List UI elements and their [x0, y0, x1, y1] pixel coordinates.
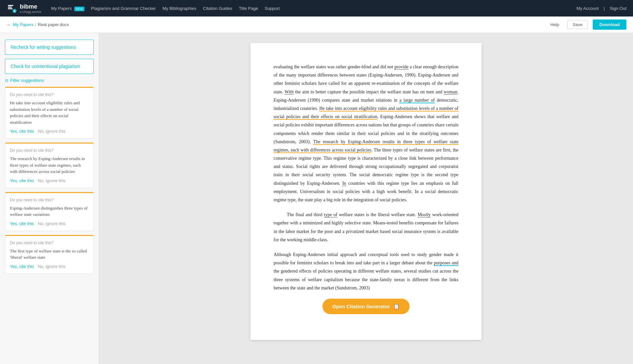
card-2-no[interactable]: No, ignore this — [38, 178, 66, 183]
logo-text: bibme a Chegg service — [20, 3, 41, 14]
breadcrumb-parent-link[interactable]: My Papers — [13, 22, 33, 27]
nav-my-bibliographies[interactable]: My Bibliographies — [162, 6, 196, 11]
svg-rect-2 — [8, 7, 12, 8]
card-1-body: He take into account eligibility rules a… — [10, 100, 89, 125]
filter-suggestions-button[interactable]: ⊟ Filter suggestions — [5, 78, 94, 83]
help-button[interactable]: Help — [547, 20, 563, 29]
citation-icon: 📋 — [393, 303, 400, 310]
card-1-actions: Yes, cite this No, ignore this — [10, 129, 89, 134]
svg-text:b: b — [14, 10, 16, 13]
download-button[interactable]: Download — [593, 19, 626, 30]
paragraph-2: The final and third type of welfare stat… — [274, 211, 458, 244]
card-4-no[interactable]: No, ignore this — [38, 264, 66, 269]
logo: b bibme a Chegg service — [7, 3, 41, 14]
nav-support[interactable]: Support — [265, 6, 280, 11]
underline-type-of: type of — [324, 212, 337, 217]
nav-my-papers[interactable]: My Papers NEW — [51, 6, 84, 11]
card-1-yes[interactable]: Yes, cite this — [10, 129, 34, 134]
breadcrumb-separator: / — [35, 22, 36, 27]
paragraph-1: evaluating the welfare states was rather… — [274, 63, 458, 204]
svg-rect-3 — [8, 8, 13, 9]
nav-plagiarism-checker[interactable]: Plagiarism and Grammar Checker — [91, 6, 156, 11]
highlight-large-number: a large number of — [399, 98, 435, 103]
card-3-body: Esping-Andersen distinguishes three type… — [10, 205, 89, 218]
card-2-header: Do you need to cite this? — [10, 148, 89, 153]
plagiarism-check-button[interactable]: Check for unintentional plagiarism — [5, 59, 94, 74]
sign-out-link[interactable]: Sign Out — [610, 6, 626, 11]
card-4-header: Do you need to cite this? — [10, 241, 89, 245]
nav-right: My Account | Sign Out — [577, 6, 626, 11]
card-4-body: The first type of welfare state is the s… — [10, 248, 89, 261]
filter-icon: ⊟ — [5, 78, 8, 83]
underline-woman: woman — [444, 89, 457, 95]
svg-rect-1 — [8, 5, 13, 6]
recheck-button[interactable]: Recheck for writing suggestions — [5, 40, 94, 55]
highlight-sentence-2: The research by Esping-Andersen results … — [274, 139, 458, 153]
card-2-yes[interactable]: Yes, cite this — [10, 178, 34, 183]
main-layout: Recheck for writing suggestions Check fo… — [0, 33, 633, 364]
underline-provide: provide — [394, 64, 409, 70]
open-citation-generator-button[interactable]: Open Citation Generator 📋 — [322, 299, 410, 314]
underline-in: In — [342, 181, 346, 186]
suggestion-card-1: Do you need to cite this? He take into a… — [5, 87, 94, 139]
save-button[interactable]: Save — [567, 20, 588, 29]
underline-mostly: Mostly — [417, 212, 431, 217]
card-4-actions: Yes, cite this No, ignore this — [10, 264, 89, 269]
bibme-logo-icon: b — [7, 3, 17, 14]
card-1-header: Do you need to cite this? — [10, 92, 89, 97]
card-2-body: The research by Esping-Andersen results … — [10, 155, 89, 175]
nav-links: My Papers NEW Plagiarism and Grammar Che… — [51, 6, 280, 11]
card-3-yes[interactable]: Yes, cite this — [10, 221, 34, 226]
document-area[interactable]: evaluating the welfare states was rather… — [99, 33, 633, 364]
breadcrumb-current-file: Real paper.docx — [38, 22, 69, 27]
paragraph-3: Although Esping-Andersen initial approac… — [274, 250, 458, 292]
highlight-purposes-and: purposes and — [434, 260, 458, 266]
card-4-yes[interactable]: Yes, cite this — [10, 264, 34, 269]
document-page: evaluating the welfare states was rather… — [250, 43, 482, 340]
citation-btn-container: Open Citation Generator 📋 — [274, 299, 458, 314]
suggestion-card-2: Do you need to cite this? The research b… — [5, 143, 94, 188]
nav-left: b bibme a Chegg service My Papers NEW Pl… — [7, 3, 280, 14]
suggestion-card-3: Do you need to cite this? Esping-Anderse… — [5, 192, 94, 231]
card-2-actions: Yes, cite this No, ignore this — [10, 178, 89, 183]
nav-divider: | — [604, 6, 605, 11]
breadcrumb-bar: ← My Papers / Real paper.docx Help Save … — [0, 17, 633, 33]
toolbar-actions: Help Save Download — [547, 19, 627, 30]
card-3-no[interactable]: No, ignore this — [38, 221, 66, 226]
my-account-link[interactable]: My Account — [577, 6, 599, 11]
card-1-no[interactable]: No, ignore this — [38, 129, 66, 134]
underline-with: With — [284, 89, 293, 95]
highlight-sentence-1: He take into account eligibility rules a… — [274, 106, 458, 120]
card-3-header: Do you need to cite this? — [10, 198, 89, 202]
breadcrumb: ← My Papers / Real paper.docx — [7, 22, 69, 27]
nav-title-page[interactable]: Title Page — [239, 6, 258, 11]
nav-citation-guides[interactable]: Citation Guides — [203, 6, 232, 11]
suggestion-card-4: Do you need to cite this? The first type… — [5, 235, 94, 274]
card-3-actions: Yes, cite this No, ignore this — [10, 221, 89, 226]
back-arrow: ← — [7, 22, 11, 27]
top-navigation: b bibme a Chegg service My Papers NEW Pl… — [0, 0, 633, 17]
sidebar: Recheck for writing suggestions Check fo… — [0, 33, 99, 364]
